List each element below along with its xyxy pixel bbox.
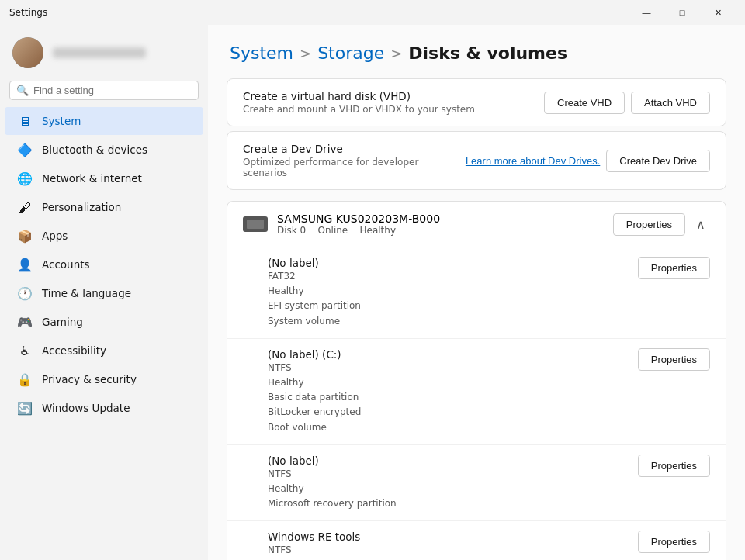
partition-label-2: (No label) bbox=[268, 455, 629, 467]
sidebar-item-apps[interactable]: 📦 Apps bbox=[5, 222, 203, 250]
breadcrumb-current: Disks & volumes bbox=[408, 43, 567, 63]
partition-info-0: (No label) FAT32 Healthy EFI system part… bbox=[268, 257, 629, 329]
system-icon: 🖥 bbox=[17, 113, 33, 129]
attach-vhd-button[interactable]: Attach VHD bbox=[631, 92, 710, 114]
devdrive-card: Create a Dev Drive Optimized performance… bbox=[227, 131, 726, 190]
devdrive-text: Create a Dev Drive Optimized performance… bbox=[243, 143, 456, 178]
sidebar-item-time[interactable]: 🕐 Time & language bbox=[5, 279, 203, 307]
minimize-button[interactable]: — bbox=[629, 0, 664, 25]
disk-meta: Disk 0 Online Healthy bbox=[277, 225, 604, 236]
nav-menu: 🖥 System 🔷 Bluetooth & devices 🌐 Network… bbox=[0, 106, 208, 423]
sidebar-item-system-label: System bbox=[42, 115, 81, 127]
partition-row-1: (No label) (C:) NTFS Healthy Basic data … bbox=[227, 339, 726, 445]
avatar bbox=[12, 37, 43, 68]
disk-health: Healthy bbox=[359, 225, 396, 236]
close-button[interactable]: ✕ bbox=[700, 0, 736, 25]
disk-header-info: SAMSUNG KUS020203M-B000 Disk 0 Online He… bbox=[277, 213, 604, 236]
maximize-button[interactable]: □ bbox=[664, 0, 700, 25]
disk-num: Disk 0 bbox=[277, 225, 306, 236]
breadcrumb-sep2: > bbox=[390, 45, 402, 61]
devdrive-row: Create a Dev Drive Optimized performance… bbox=[227, 132, 726, 189]
disk-header-actions: Properties ∧ bbox=[613, 213, 710, 236]
devdrive-learn-more-link[interactable]: Learn more about Dev Drives. bbox=[466, 155, 600, 167]
bluetooth-icon: 🔷 bbox=[17, 142, 33, 157]
user-profile bbox=[0, 25, 208, 78]
vhd-subtitle: Create and mount a VHD or VHDX to your s… bbox=[243, 104, 535, 115]
disk-header: SAMSUNG KUS020203M-B000 Disk 0 Online He… bbox=[227, 202, 726, 247]
network-icon: 🌐 bbox=[17, 171, 33, 186]
disk-properties-button[interactable]: Properties bbox=[613, 213, 685, 236]
main-content: System > Storage > Disks & volumes Creat… bbox=[208, 25, 745, 560]
accessibility-icon: ♿ bbox=[17, 343, 33, 358]
sidebar-item-accessibility-label: Accessibility bbox=[42, 344, 106, 357]
sidebar-item-accessibility[interactable]: ♿ Accessibility bbox=[5, 337, 203, 365]
create-vhd-button[interactable]: Create VHD bbox=[544, 92, 625, 114]
partition-3-properties-button[interactable]: Properties bbox=[638, 531, 710, 553]
search-box[interactable]: 🔍 bbox=[9, 81, 199, 100]
sidebar-item-personalization-label: Personalization bbox=[42, 201, 121, 213]
apps-icon: 📦 bbox=[17, 228, 33, 244]
sidebar-item-apps-label: Apps bbox=[42, 230, 68, 242]
avatar-image bbox=[12, 37, 43, 68]
sidebar-item-privacy-label: Privacy & security bbox=[42, 373, 137, 385]
create-devdrive-button[interactable]: Create Dev Drive bbox=[606, 150, 710, 172]
user-name-label bbox=[53, 47, 146, 58]
devdrive-subtitle: Optimized performance for developer scen… bbox=[243, 157, 456, 178]
devdrive-actions: Learn more about Dev Drives. Create Dev … bbox=[466, 150, 710, 172]
vhd-actions: Create VHD Attach VHD bbox=[544, 92, 710, 114]
vhd-title: Create a virtual hard disk (VHD) bbox=[243, 90, 535, 102]
sidebar-item-network-label: Network & internet bbox=[42, 172, 142, 185]
vhd-row: Create a virtual hard disk (VHD) Create … bbox=[227, 79, 726, 126]
privacy-icon: 🔒 bbox=[17, 372, 33, 387]
partition-detail-1: NTFS Healthy Basic data partition BitLoc… bbox=[268, 361, 629, 435]
partition-1-properties-button[interactable]: Properties bbox=[638, 348, 710, 371]
accounts-icon: 👤 bbox=[17, 257, 33, 272]
sidebar-item-bluetooth[interactable]: 🔷 Bluetooth & devices bbox=[5, 136, 203, 164]
partition-label-3: Windows RE tools bbox=[268, 531, 629, 543]
disk-name: SAMSUNG KUS020203M-B000 bbox=[277, 213, 604, 225]
breadcrumb-sep1: > bbox=[300, 45, 311, 61]
titlebar-title: Settings bbox=[9, 7, 629, 18]
partition-row-2: (No label) NTFS Healthy Microsoft recove… bbox=[227, 445, 726, 522]
partition-label-0: (No label) bbox=[268, 257, 629, 269]
partition-detail-2: NTFS Healthy Microsoft recovery partitio… bbox=[268, 467, 629, 512]
sidebar-item-gaming-label: Gaming bbox=[42, 316, 83, 328]
partition-row-3: Windows RE tools NTFS Healthy Properties bbox=[227, 521, 726, 560]
titlebar-controls: — □ ✕ bbox=[629, 0, 736, 25]
partition-row: (No label) FAT32 Healthy EFI system part… bbox=[227, 247, 726, 339]
sidebar-item-bluetooth-label: Bluetooth & devices bbox=[42, 143, 147, 156]
partition-0-properties-button[interactable]: Properties bbox=[638, 257, 710, 279]
sidebar-item-update[interactable]: 🔄 Windows Update bbox=[5, 394, 203, 422]
partition-detail-3: NTFS Healthy bbox=[268, 543, 629, 560]
sidebar-item-privacy[interactable]: 🔒 Privacy & security bbox=[5, 365, 203, 393]
partition-2-properties-button[interactable]: Properties bbox=[638, 455, 710, 477]
sidebar: 🔍 🖥 System 🔷 Bluetooth & devices 🌐 Netwo… bbox=[0, 25, 208, 560]
sidebar-item-time-label: Time & language bbox=[42, 287, 131, 299]
partition-label-1: (No label) (C:) bbox=[268, 348, 629, 361]
time-icon: 🕐 bbox=[17, 285, 33, 301]
sidebar-item-network[interactable]: 🌐 Network & internet bbox=[5, 164, 203, 192]
sidebar-item-gaming[interactable]: 🎮 Gaming bbox=[5, 308, 203, 336]
search-input[interactable] bbox=[33, 85, 192, 96]
vhd-card: Create a virtual hard disk (VHD) Create … bbox=[227, 78, 726, 126]
disk-status: Online bbox=[318, 225, 348, 236]
sidebar-item-update-label: Windows Update bbox=[42, 402, 130, 414]
partition-info-1: (No label) (C:) NTFS Healthy Basic data … bbox=[268, 348, 629, 435]
sidebar-item-accounts-label: Accounts bbox=[42, 258, 90, 271]
breadcrumb: System > Storage > Disks & volumes bbox=[208, 25, 745, 75]
breadcrumb-system[interactable]: System bbox=[230, 43, 293, 63]
sidebar-item-system[interactable]: 🖥 System bbox=[5, 107, 203, 135]
disk-section: SAMSUNG KUS020203M-B000 Disk 0 Online He… bbox=[227, 201, 726, 560]
titlebar: Settings — □ ✕ bbox=[0, 0, 745, 25]
personalization-icon: 🖌 bbox=[17, 199, 33, 215]
vhd-text: Create a virtual hard disk (VHD) Create … bbox=[243, 90, 535, 115]
breadcrumb-storage[interactable]: Storage bbox=[317, 43, 384, 63]
sidebar-item-personalization[interactable]: 🖌 Personalization bbox=[5, 193, 203, 221]
sidebar-item-accounts[interactable]: 👤 Accounts bbox=[5, 251, 203, 278]
search-icon: 🔍 bbox=[16, 85, 29, 96]
devdrive-title: Create a Dev Drive bbox=[243, 143, 456, 155]
disk-collapse-button[interactable]: ∧ bbox=[691, 216, 710, 233]
disk-icon bbox=[243, 216, 268, 232]
update-icon: 🔄 bbox=[17, 400, 33, 416]
gaming-icon: 🎮 bbox=[17, 314, 33, 330]
